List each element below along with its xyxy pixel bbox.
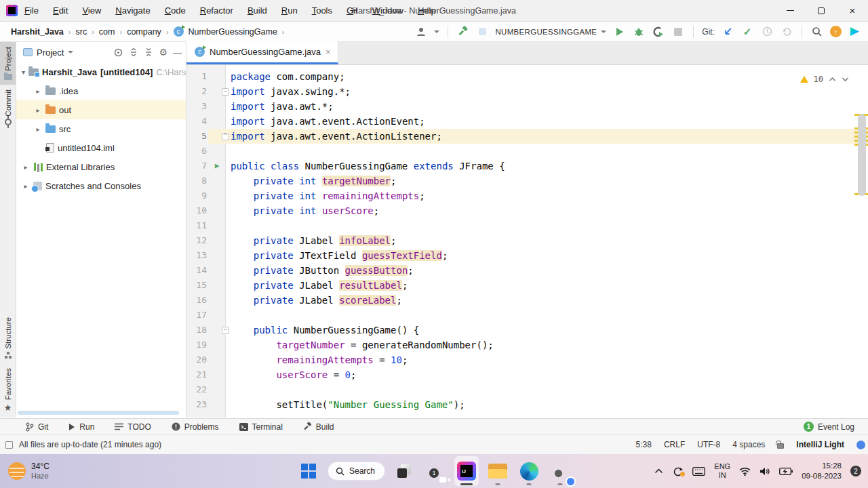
user-profile-icon[interactable] (414, 25, 428, 39)
code-text[interactable] (226, 382, 231, 397)
code-line[interactable]: 9 private int remainingAttempts; (186, 188, 868, 203)
toolwindow-terminal[interactable]: Terminal (239, 422, 283, 432)
menu-code[interactable]: Code (165, 5, 186, 16)
event-log-button[interactable]: 1 Event Log (804, 422, 854, 432)
run-class-gutter-icon[interactable]: ▶ (208, 159, 226, 174)
taskbar-clock[interactable]: 15:28 09-08-2023 (802, 461, 842, 481)
code-line[interactable]: 5import java.awt.event.ActionListener; (186, 129, 868, 144)
taskbar-search[interactable]: Search (328, 462, 385, 481)
code-line[interactable]: 10 private int userScore; (186, 203, 868, 218)
toolwindow-problems[interactable]: Problems (172, 422, 219, 432)
code-text[interactable]: private JLabel scoreLabel; (226, 293, 402, 308)
indent-style[interactable]: 4 spaces (732, 440, 765, 449)
toolwindow-build[interactable]: Build (303, 422, 334, 432)
code-text[interactable]: import java.awt.event.ActionListener; (226, 129, 442, 144)
project-panel-title[interactable]: Project (37, 47, 64, 58)
close-button[interactable]: × (837, 0, 868, 22)
background-tasks-icon[interactable] (5, 441, 13, 449)
code-text[interactable]: private JLabel infoLabel; (226, 233, 396, 248)
code-text[interactable]: public class NumberGuessingGame extends … (226, 159, 505, 174)
tree-expand-icon[interactable]: ▸ (22, 182, 30, 190)
tree-expand-icon[interactable]: ▸ (34, 106, 42, 114)
code-text[interactable]: import java.awt.*; (226, 99, 334, 114)
fold-gutter-icon[interactable] (208, 323, 226, 338)
wifi-icon[interactable] (739, 467, 751, 476)
menu-tools[interactable]: Tools (312, 5, 332, 16)
line-separator[interactable]: CRLF (664, 440, 685, 449)
fold-gutter-icon[interactable] (208, 84, 226, 99)
intellij-taskbar-button[interactable]: IJ (454, 456, 479, 486)
code-lines[interactable]: 1package com.company;2import javax.swing… (186, 69, 868, 412)
menu-navigate[interactable]: Navigate (115, 5, 150, 16)
tree-row-out[interactable]: ▸ out (16, 100, 186, 119)
build-hammer-icon[interactable] (456, 25, 470, 39)
menu-edit[interactable]: Edit (53, 5, 68, 16)
code-text[interactable] (226, 218, 231, 233)
tree-row-iml[interactable]: untitled104.iml (16, 138, 186, 157)
tree-expand-icon[interactable]: ▸ (22, 163, 30, 171)
vcs-status-text[interactable]: All files are up-to-date (21 minutes ago… (19, 440, 161, 449)
code-line[interactable]: 20 remainingAttempts = 10; (186, 352, 868, 367)
search-everywhere-icon[interactable] (810, 25, 824, 39)
code-text[interactable]: private JButton guessButton; (226, 263, 414, 278)
horizontal-scrollbar[interactable] (18, 411, 179, 415)
caret-position[interactable]: 5:38 (636, 440, 652, 449)
chrome-browser-button[interactable] (548, 456, 572, 486)
hide-panel-button[interactable]: — (173, 47, 182, 58)
tray-expand-icon[interactable] (654, 468, 663, 474)
menu-run[interactable]: Run (281, 5, 298, 16)
locate-file-button[interactable] (113, 47, 123, 58)
breadcrumb-class[interactable]: NumberGuessingGame (189, 27, 277, 37)
git-update-button[interactable] (721, 25, 734, 39)
code-line[interactable]: 21 userScore = 0; (186, 367, 868, 382)
theme-name[interactable]: IntelliJ Light (796, 440, 844, 449)
code-text[interactable]: private JTextField guessTextField; (226, 248, 448, 263)
tool-tab-structure[interactable]: Structure (4, 312, 12, 363)
tree-expand-icon[interactable]: ▸ (34, 125, 42, 133)
tree-row-idea[interactable]: ▸ .idea (16, 81, 186, 100)
tree-row-external-libraries[interactable]: ▸ External Libraries (16, 157, 186, 176)
breadcrumb-src[interactable]: src (76, 27, 87, 37)
code-line[interactable]: 7▶public class NumberGuessingGame extend… (186, 159, 868, 174)
menu-build[interactable]: Build (248, 5, 267, 16)
onedrive-sync-icon[interactable] (672, 466, 684, 476)
volume-icon[interactable] (760, 467, 770, 476)
weather-widget[interactable]: 34°C Haze (0, 462, 50, 481)
code-text[interactable]: remainingAttempts = 10; (226, 352, 408, 367)
minimize-button[interactable] (774, 0, 806, 22)
code-text[interactable]: setTitle("Number Guessing Game"); (226, 397, 465, 412)
code-editor[interactable]: 1package com.company;2import javax.swing… (186, 65, 868, 418)
battery-charging-icon[interactable] (779, 468, 793, 475)
expand-all-button[interactable] (129, 47, 138, 57)
code-line[interactable]: 16 private JLabel scoreLabel; (186, 293, 868, 308)
code-text[interactable] (226, 144, 231, 159)
code-text[interactable] (226, 308, 231, 323)
debug-button[interactable] (632, 25, 646, 39)
code-text[interactable]: public NumberGuessingGame() { (226, 323, 419, 338)
code-line[interactable]: 12 private JLabel infoLabel; (186, 233, 868, 248)
touch-keyboard-icon[interactable] (692, 467, 705, 476)
run-button[interactable] (612, 25, 626, 39)
code-line[interactable]: 8 private int targetNumber; (186, 174, 868, 188)
update-available-icon[interactable]: ↑ (830, 26, 842, 37)
tab-numberguessinggame[interactable]: c NumberGuessingGame.java × (186, 41, 338, 64)
code-line[interactable]: 19 targetNumber = generateRandomNumber()… (186, 338, 868, 352)
code-line[interactable]: 15 private JLabel resultLabel; (186, 278, 868, 293)
tree-row-scratches[interactable]: ▸ Scratches and Consoles (16, 176, 186, 195)
tool-tab-favorites[interactable]: Favorites ★ (4, 363, 12, 418)
code-line[interactable]: 13 private JTextField guessTextField; (186, 248, 868, 263)
close-tab-icon[interactable]: × (326, 47, 331, 56)
code-text[interactable]: package com.company; (226, 69, 345, 84)
inspections-widget[interactable]: 10 (800, 75, 849, 84)
code-line[interactable]: 14 private JButton guessButton; (186, 263, 868, 278)
notification-dot-icon[interactable] (856, 441, 865, 449)
collapse-all-button[interactable] (144, 47, 153, 57)
settings-gear-icon[interactable]: ⚙ (159, 47, 167, 58)
readonly-lock-icon[interactable] (777, 443, 784, 449)
file-encoding[interactable]: UTF-8 (697, 440, 720, 449)
maximize-button[interactable] (806, 0, 837, 22)
breadcrumb-project[interactable]: Harshit_Java (11, 27, 64, 37)
code-text[interactable]: private int targetNumber; (226, 174, 396, 188)
menu-file[interactable]: File (24, 5, 39, 16)
code-line[interactable]: 18 public NumberGuessingGame() { (186, 323, 868, 338)
